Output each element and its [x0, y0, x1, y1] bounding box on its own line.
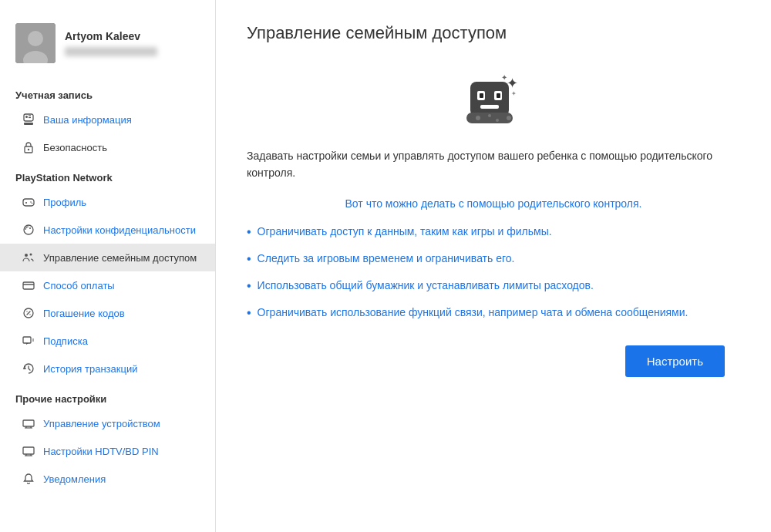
redeem-icon	[22, 306, 35, 320]
sidebar-item-subscription[interactable]: Подписка	[0, 327, 215, 355]
svg-text:✦: ✦	[507, 76, 518, 91]
bullet-dot-4: •	[247, 304, 251, 322]
sidebar-item-devices[interactable]: Управление устройством	[0, 409, 215, 437]
bullet-text-3: Использовать общий бумажник и устанавлив…	[258, 278, 594, 294]
account-section-label: Учетная запись	[0, 79, 215, 106]
main-content: Управление семейным доступом ✦ ✦ ✦ За	[216, 0, 771, 532]
svg-rect-25	[23, 420, 34, 426]
privacy-icon	[22, 223, 35, 237]
family-nav-icon	[22, 251, 35, 264]
svg-text:✦: ✦	[511, 90, 517, 97]
payment-icon	[22, 278, 35, 292]
bullet-dot-1: •	[247, 223, 251, 241]
family-control-icon: ✦ ✦ ✦	[459, 66, 528, 128]
page-title: Управление семейным доступом	[247, 23, 740, 43]
psn-section-label: PlayStation Network	[0, 161, 215, 188]
bell-icon	[22, 472, 35, 486]
sidebar-item-payment[interactable]: Способ оплаты	[0, 271, 215, 299]
list-item: • Ограничивать использование функций свя…	[247, 305, 740, 322]
bullet-dot-3: •	[247, 277, 251, 295]
description-text: Задавать настройки семьи и управлять дос…	[247, 147, 725, 182]
svg-point-13	[30, 201, 32, 203]
subtitle-text: Вот что можно делать с помощью родительс…	[247, 197, 740, 210]
gamepad-icon	[22, 195, 35, 209]
bullet-list: • Ограничивать доступ к данным, таким ка…	[247, 224, 740, 322]
svg-point-45	[488, 114, 491, 117]
svg-rect-19	[23, 282, 34, 289]
setup-button-area: Настроить	[247, 345, 725, 377]
svg-point-44	[507, 116, 511, 120]
sidebar-item-profile[interactable]: Профиль	[0, 188, 215, 216]
device-icon	[22, 416, 35, 430]
sidebar-item-my-info[interactable]: Ваша информация	[0, 106, 215, 133]
family-icon-area: ✦ ✦ ✦	[247, 66, 740, 128]
svg-rect-10	[23, 199, 34, 206]
other-section-label: Прочие настройки	[0, 382, 215, 409]
svg-rect-22	[23, 337, 31, 343]
sidebar-item-notifications[interactable]: Уведомления	[0, 465, 215, 493]
person-icon	[22, 113, 35, 126]
svg-rect-7	[24, 123, 33, 125]
sidebar-item-family-label: Управление семейным доступом	[43, 252, 197, 264]
svg-point-1	[28, 31, 43, 46]
bullet-text-2: Следить за игровым временем и ограничива…	[258, 251, 515, 267]
sidebar-item-security-label: Безопасность	[43, 142, 107, 153]
sidebar-item-profile-label: Профиль	[43, 197, 86, 208]
sidebar-item-payment-label: Способ оплаты	[43, 280, 115, 291]
list-item: • Ограничивать доступ к данным, таким ка…	[247, 224, 740, 241]
sidebar: Artyom Kaleev Учетная запись Ваша информ…	[0, 0, 216, 532]
bullet-text-1: Ограничивать доступ к данным, таким как …	[258, 224, 552, 240]
avatar-image	[15, 23, 56, 63]
svg-point-43	[476, 116, 480, 120]
history-icon	[22, 362, 35, 375]
svg-point-46	[496, 119, 499, 122]
svg-rect-4	[25, 116, 28, 118]
user-id-blurred	[65, 47, 157, 56]
sidebar-item-history-label: История транзакций	[43, 363, 137, 375]
svg-point-18	[30, 254, 32, 256]
bullet-dot-2: •	[247, 250, 251, 268]
sidebar-item-hdtv[interactable]: Настройки HDTV/BD PIN	[0, 437, 215, 465]
svg-rect-36	[480, 93, 483, 98]
svg-rect-33	[470, 82, 509, 116]
svg-rect-38	[480, 105, 499, 109]
svg-point-17	[25, 254, 28, 257]
user-name: Artyom Kaleev	[65, 30, 200, 42]
sidebar-item-family[interactable]: Управление семейным доступом	[0, 244, 215, 271]
sidebar-item-history[interactable]: История транзакций	[0, 355, 215, 382]
setup-button[interactable]: Настроить	[625, 345, 725, 377]
list-item: • Следить за игровым временем и ограничи…	[247, 251, 740, 268]
svg-point-16	[29, 227, 31, 229]
user-info: Artyom Kaleev	[65, 30, 200, 56]
sidebar-item-my-info-label: Ваша информация	[43, 114, 132, 126]
sidebar-item-devices-label: Управление устройством	[43, 418, 160, 429]
sidebar-item-privacy-label: Настройки конфиденциальности	[43, 224, 196, 236]
svg-point-14	[32, 203, 33, 204]
sidebar-item-security[interactable]: Безопасность	[0, 133, 215, 161]
svg-rect-29	[23, 447, 34, 454]
subscription-icon	[22, 334, 35, 348]
bullet-text-4: Ограничивать использование функций связи…	[258, 305, 689, 321]
sidebar-item-redeem[interactable]: Погашение кодов	[0, 299, 215, 327]
svg-rect-37	[497, 93, 500, 98]
avatar	[15, 23, 56, 63]
sidebar-item-notifications-label: Уведомления	[43, 473, 106, 485]
svg-point-9	[28, 149, 29, 150]
sidebar-item-hdtv-label: Настройки HDTV/BD PIN	[43, 446, 159, 457]
lock-icon	[22, 140, 35, 154]
sidebar-item-privacy[interactable]: Настройки конфиденциальности	[0, 216, 215, 244]
svg-text:✦: ✦	[501, 73, 507, 82]
sidebar-item-redeem-label: Погашение кодов	[43, 308, 125, 319]
list-item: • Использовать общий бумажник и устанавл…	[247, 278, 740, 295]
sidebar-item-subscription-label: Подписка	[43, 335, 88, 347]
user-profile: Artyom Kaleev	[0, 15, 215, 79]
tv-icon	[22, 444, 35, 458]
